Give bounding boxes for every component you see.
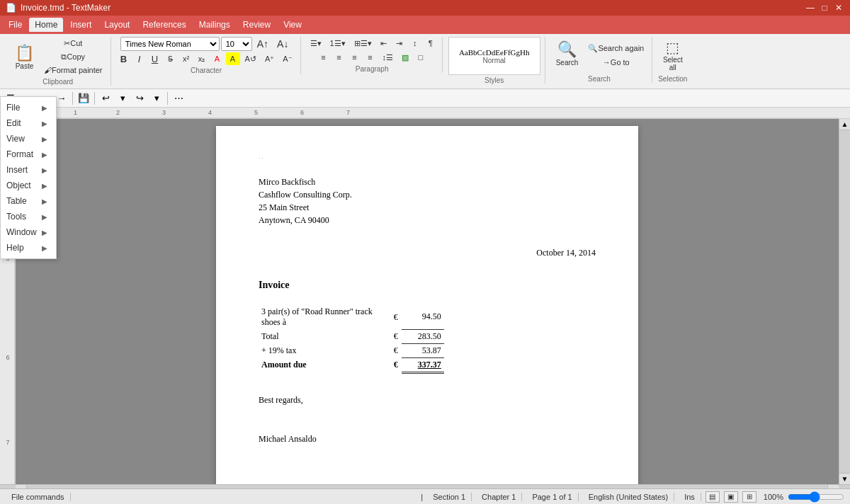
dd-edit[interactable]: Edit ▶ — [1, 115, 56, 131]
toolbar-sep-3 — [167, 92, 168, 105]
scroll-down-btn[interactable]: ▼ — [839, 473, 851, 484]
dd-tools[interactable]: Tools ▶ — [1, 209, 56, 224]
menu-home[interactable]: Home — [29, 18, 63, 32]
font-grow-button[interactable]: A↑ — [254, 38, 272, 50]
right-scrollbar[interactable]: ▲ ▼ — [839, 119, 850, 484]
minimize-button[interactable]: — — [805, 2, 816, 13]
highlight-button[interactable]: A — [226, 52, 240, 65]
numbering-button[interactable]: 1☰▾ — [327, 37, 349, 50]
search-options: 🔍 Search again → Go to — [584, 42, 647, 69]
toolbar-save-btn[interactable]: 💾 — [76, 91, 91, 106]
dd-window[interactable]: Window ▶ — [1, 224, 56, 240]
font-size-up-btn[interactable]: A⁺ — [261, 52, 278, 65]
font-shrink-button[interactable]: A↓ — [273, 38, 292, 50]
line-spacing-button[interactable]: ↕☰ — [378, 51, 397, 64]
due-desc: Amount due — [259, 357, 390, 372]
select-all-label: Selectall — [663, 56, 683, 71]
doc-area[interactable]: · · Mirco Backfisch Cashflow Consulting … — [16, 119, 839, 484]
zoom-slider[interactable] — [788, 492, 844, 502]
toolbar-redo-drop-btn[interactable]: ▾ — [149, 91, 164, 106]
show-marks-button[interactable]: ¶ — [424, 37, 438, 50]
bold-button[interactable]: B — [117, 52, 131, 65]
cut-button[interactable]: ✂ Cut — [40, 37, 106, 50]
align-left-button[interactable]: ≡ — [316, 51, 330, 64]
svg-text:6: 6 — [6, 354, 9, 361]
clear-format-button[interactable]: A↺ — [242, 52, 260, 65]
font-size-select[interactable]: 10 — [221, 37, 252, 51]
paste-button[interactable]: 📋 Paste — [10, 38, 39, 75]
font-size-down-btn[interactable]: A⁻ — [279, 52, 295, 65]
menu-references[interactable]: References — [137, 18, 191, 32]
bullets-button[interactable]: ☰▾ — [307, 37, 325, 50]
dd-format[interactable]: Format ▶ — [1, 147, 56, 162]
dd-table[interactable]: Table ▶ — [1, 193, 56, 209]
toolbar-sep-1 — [72, 92, 73, 105]
dd-file[interactable]: File ▶ — [1, 100, 56, 115]
table-row-1: 3 pair(s) of "Road Runner" track shoes à… — [259, 305, 444, 329]
close-button[interactable]: ✕ — [833, 2, 844, 13]
align-right-button[interactable]: ≡ — [347, 51, 361, 64]
align-center-button[interactable]: ≡ — [332, 51, 346, 64]
status-language: English (United States) — [583, 493, 675, 501]
title-bar-controls[interactable]: — □ ✕ — [805, 2, 844, 13]
underline-button[interactable]: U — [148, 52, 162, 65]
selection-row: ⬚ Selectall — [659, 37, 686, 74]
go-to-button[interactable]: → Go to — [584, 56, 647, 69]
scroll-up-btn[interactable]: ▲ — [839, 119, 851, 130]
menu-file[interactable]: File — [3, 18, 28, 32]
menu-view[interactable]: View — [278, 18, 307, 32]
h-ruler-svg: 1 2 3 4 5 6 7 — [31, 108, 839, 119]
view-normal-btn[interactable]: ▤ — [706, 491, 720, 503]
border-button[interactable]: □ — [414, 51, 428, 64]
maximize-button[interactable]: □ — [819, 2, 830, 13]
subscript-button[interactable]: x₂ — [195, 52, 209, 65]
menu-insert[interactable]: Insert — [64, 18, 97, 32]
italic-button[interactable]: I — [132, 52, 147, 65]
menu-layout[interactable]: Layout — [98, 18, 135, 32]
font-name-select[interactable]: Times New Roman — [120, 37, 220, 51]
status-section-sep: | — [421, 493, 423, 501]
view-print-btn[interactable]: ▣ — [724, 491, 738, 503]
paragraph-label: Paragraph — [356, 65, 389, 73]
paragraph-group: ☰▾ 1☰▾ ⊞☰▾ ⇤ ⇥ ↕ ¶ ≡ ≡ ≡ ≡ ↕☰ ▨ □ Paragr… — [302, 37, 443, 73]
toolbar-extra-btn[interactable]: ⋯ — [171, 91, 186, 106]
format-painter-button[interactable]: 🖌 Format painter — [40, 64, 106, 76]
title-bar-left: 📄 Invoice.tmd - TextMaker — [6, 3, 110, 13]
row1-amount: 94.50 — [402, 305, 444, 329]
sender-address: Mirco Backfisch Cashflow Consulting Corp… — [259, 176, 596, 227]
search-button[interactable]: 🔍 Search — [551, 37, 584, 74]
view-web-btn[interactable]: ⊞ — [742, 491, 756, 503]
dd-view[interactable]: View ▶ — [1, 131, 56, 147]
font-color-button[interactable]: A — [210, 52, 225, 65]
sort-button[interactable]: ↕ — [408, 37, 422, 50]
dd-object[interactable]: Object ▶ — [1, 178, 56, 193]
status-chapter: Chapter 1 — [476, 493, 522, 501]
toolbar-undo-btn[interactable]: ↩ — [98, 91, 113, 106]
paragraph-color-button[interactable]: ▨ — [398, 51, 412, 64]
indent-increase-button[interactable]: ⇥ — [392, 37, 407, 50]
toolbar-undo-drop-btn[interactable]: ▾ — [115, 91, 130, 106]
superscript-button[interactable]: x² — [179, 52, 193, 65]
app-icon: 📄 — [6, 3, 16, 13]
multilevel-button[interactable]: ⊞☰▾ — [351, 37, 375, 50]
copy-button[interactable]: ⧉ Copy — [40, 50, 106, 63]
tax-amount: 53.87 — [402, 343, 444, 357]
toolbar-redo-btn[interactable]: ↪ — [132, 91, 147, 106]
styles-preview[interactable]: AaBbCcDdEeFfGgHh Normal — [448, 37, 540, 75]
document-date: October 14, 2014 — [259, 248, 596, 258]
search-again-button[interactable]: 🔍 Search again — [584, 42, 647, 55]
dd-insert[interactable]: Insert ▶ — [1, 162, 56, 178]
indent-decrease-button[interactable]: ⇤ — [377, 37, 391, 50]
dd-help[interactable]: Help ▶ — [1, 240, 56, 256]
select-all-button[interactable]: ⬚ Selectall — [659, 37, 686, 74]
window-title: Invoice.tmd - TextMaker — [21, 3, 110, 13]
selection-label: Selection — [658, 75, 687, 83]
search-group: 🔍 Search 🔍 Search again → Go to Search — [547, 37, 653, 83]
search-row: 🔍 Search 🔍 Search again → Go to — [551, 37, 648, 74]
strikethrough-button[interactable]: S̶ — [164, 52, 178, 65]
menu-review[interactable]: Review — [237, 18, 276, 32]
menu-mailings[interactable]: Mailings — [193, 18, 236, 32]
dropdown-menu: File ▶ Edit ▶ View ▶ Format ▶ Insert ▶ O… — [0, 96, 57, 259]
align-justify-button[interactable]: ≡ — [363, 51, 377, 64]
status-section: Section 1 — [427, 493, 472, 501]
